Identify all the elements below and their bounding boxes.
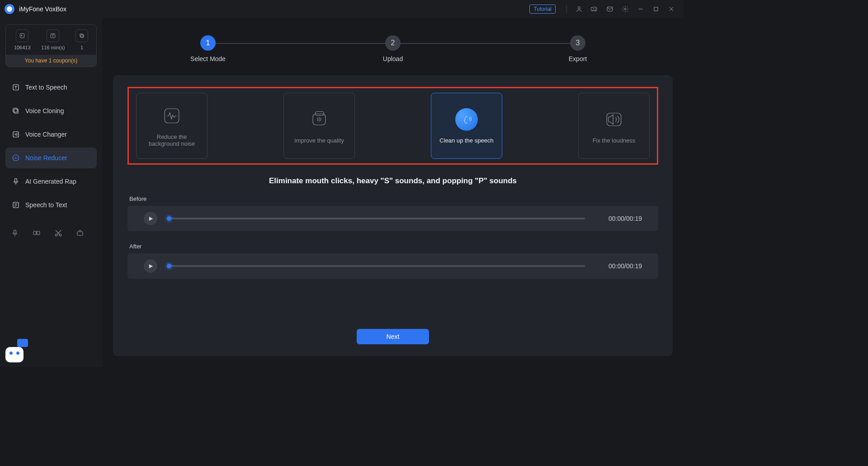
mic-icon	[12, 177, 20, 185]
minimize-icon[interactable]	[636, 4, 646, 14]
separator	[566, 5, 567, 13]
mode-cleanup-speech[interactable]: Clean up the speech	[431, 93, 502, 159]
after-label: After	[129, 243, 658, 250]
sidebar-tool-row	[5, 229, 97, 238]
sidebar: 106413 116 min(s) 1 You have 1 coupon(s)…	[0, 18, 102, 367]
mode-label: Improve the quality	[294, 137, 344, 144]
before-track[interactable]	[169, 218, 585, 219]
svg-point-14	[13, 155, 19, 161]
cut-icon[interactable]	[54, 229, 63, 238]
svg-rect-25	[315, 111, 324, 115]
svg-point-2	[595, 9, 595, 9]
sidebar-item-noise-reducer[interactable]: Noise Reducer	[5, 147, 97, 168]
sidebar-item-voice-changer[interactable]: Voice Changer	[5, 124, 97, 145]
close-icon[interactable]	[666, 4, 676, 14]
speech-head-icon	[455, 108, 478, 131]
mode-label: Reduce the background noise	[141, 133, 203, 147]
app-logo-icon	[5, 4, 14, 14]
maximize-icon[interactable]	[651, 4, 661, 14]
stat-value: 116 min(s)	[41, 45, 65, 50]
stepper: 1 Select Mode 2 Upload 3 Export	[113, 25, 673, 75]
step-label: Select Mode	[190, 55, 226, 62]
loudness-icon	[603, 108, 625, 131]
svg-rect-8	[81, 35, 84, 38]
stat-duration: 116 min(s)	[41, 29, 65, 50]
mode-improve-quality[interactable]: Improve the quality	[283, 93, 355, 159]
briefcase-icon[interactable]	[76, 229, 85, 238]
before-time: 00:00/00:19	[597, 215, 642, 222]
stat-value: 106413	[14, 45, 31, 50]
record-icon[interactable]	[11, 229, 20, 238]
svg-rect-22	[77, 232, 83, 235]
tts-icon	[12, 83, 20, 91]
chat-bubble-icon	[17, 339, 28, 347]
svg-point-0	[578, 7, 580, 9]
waveform-box-icon	[160, 105, 183, 127]
sidebar-item-text-to-speech[interactable]: Text to Speech	[5, 77, 97, 98]
svg-rect-3	[607, 7, 613, 11]
stat-characters: 106413	[14, 29, 31, 50]
sidebar-item-label: Voice Cloning	[25, 107, 64, 114]
mode-label: Fix the loudness	[593, 137, 636, 144]
coupon-banner[interactable]: You have 1 coupon(s)	[6, 55, 96, 67]
step-label: Upload	[383, 55, 403, 62]
sidebar-item-label: Noise Reducer	[25, 154, 67, 162]
noise-reducer-icon	[12, 154, 20, 162]
chatbot-button[interactable]	[4, 340, 27, 363]
sidebar-item-label: Speech to Text	[25, 201, 67, 209]
mail-icon[interactable]	[605, 4, 615, 14]
svg-rect-23	[165, 109, 179, 123]
before-playhead-icon[interactable]	[167, 216, 171, 221]
duration-icon	[47, 29, 59, 42]
svg-rect-9	[80, 34, 83, 37]
sidebar-item-label: Voice Changer	[25, 131, 67, 138]
step-upload[interactable]: 2 Upload	[370, 35, 415, 62]
stat-value: 1	[80, 45, 83, 50]
user-icon[interactable]	[574, 4, 584, 14]
sidebar-item-label: Text to Speech	[25, 84, 67, 91]
clone-icon	[12, 107, 20, 115]
convert-icon[interactable]	[33, 229, 42, 238]
quality-icon	[308, 108, 330, 131]
svg-rect-19	[37, 231, 40, 235]
svg-rect-18	[33, 231, 36, 235]
content-panel: Reduce the background noise Improve the …	[113, 75, 673, 356]
step-select-mode[interactable]: 1 Select Mode	[185, 35, 231, 62]
after-track[interactable]	[169, 265, 585, 267]
step-label: Export	[569, 55, 587, 62]
after-playhead-icon[interactable]	[167, 264, 171, 268]
sidebar-item-ai-rap[interactable]: AI Generated Rap	[5, 171, 97, 192]
svg-rect-12	[13, 108, 17, 112]
changer-icon	[12, 130, 20, 138]
app-title: iMyFone VoxBox	[19, 5, 66, 13]
svg-rect-5	[654, 7, 658, 11]
svg-rect-11	[14, 109, 18, 113]
char-count-icon	[16, 29, 28, 42]
step-number: 1	[200, 35, 216, 51]
step-number: 3	[570, 35, 585, 51]
next-button[interactable]: Next	[357, 329, 429, 344]
chatbot-face-icon	[5, 347, 24, 362]
modes-highlight-box: Reduce the background noise Improve the …	[127, 87, 658, 165]
mode-label: Clean up the speech	[439, 137, 493, 144]
svg-rect-15	[15, 178, 17, 182]
before-play-button[interactable]	[144, 212, 157, 225]
gear-icon[interactable]	[620, 4, 630, 14]
sidebar-item-speech-to-text[interactable]: Speech to Text	[5, 195, 97, 215]
after-time: 00:00/00:19	[597, 262, 642, 270]
sidebar-item-label: AI Generated Rap	[25, 178, 76, 185]
stats-card[interactable]: 106413 116 min(s) 1 You have 1 coupon(s)	[5, 24, 97, 67]
step-export[interactable]: 3 Export	[555, 35, 600, 62]
tutorial-button[interactable]: Tutorial	[529, 5, 556, 14]
sidebar-item-voice-cloning[interactable]: Voice Cloning	[5, 100, 97, 121]
mode-reduce-noise[interactable]: Reduce the background noise	[136, 93, 208, 159]
copy-icon	[75, 29, 88, 42]
after-play-button[interactable]	[144, 259, 157, 273]
after-player: 00:00/00:19	[127, 253, 658, 279]
mode-fix-loudness[interactable]: Fix the loudness	[578, 93, 650, 159]
step-number: 2	[385, 35, 401, 51]
mode-description: Eliminate mouth clicks, heavy "S" sounds…	[127, 176, 658, 185]
svg-point-4	[624, 8, 626, 10]
stat-copies: 1	[75, 29, 88, 50]
discord-icon[interactable]	[590, 4, 599, 14]
